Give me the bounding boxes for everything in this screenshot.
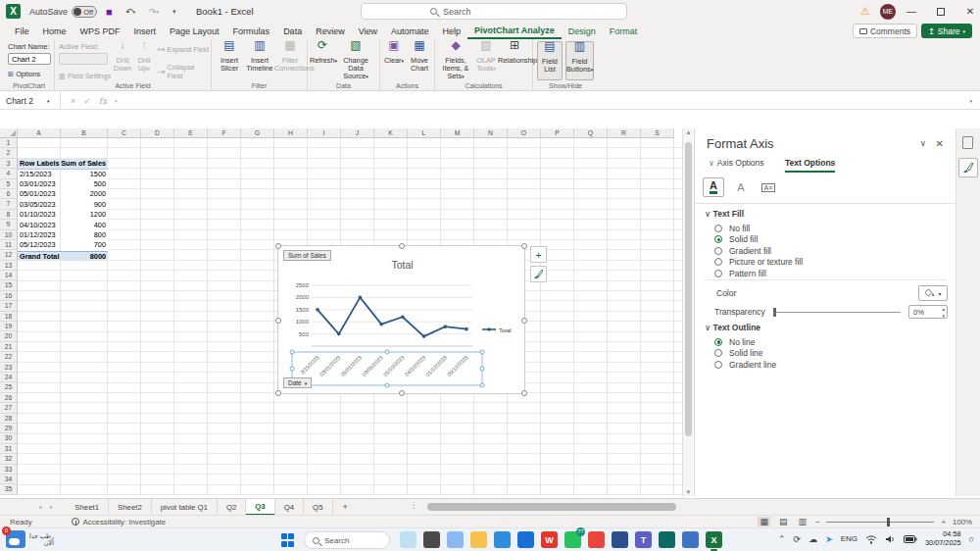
excel-app-icon[interactable]: X bbox=[6, 0, 21, 23]
zoom-slider-thumb[interactable] bbox=[887, 518, 890, 526]
pivot-row[interactable]: Grand Total8000 bbox=[18, 251, 108, 261]
zoom-out-icon[interactable]: − bbox=[815, 518, 820, 526]
filter-connections-button[interactable]: ▦Filter Connections bbox=[274, 41, 306, 73]
accessibility-status[interactable]: Accessibility: Investigate bbox=[32, 518, 167, 526]
row-header-28[interactable]: 28 bbox=[0, 414, 18, 424]
chart-resize-handle[interactable] bbox=[275, 243, 281, 249]
radio-icon[interactable] bbox=[714, 235, 722, 243]
column-header-f[interactable]: F bbox=[208, 128, 241, 138]
row-header-24[interactable]: 24 bbox=[0, 373, 18, 382]
radio-pattern-fill[interactable]: Pattern fill bbox=[714, 268, 803, 279]
vertical-scrollbar-thumb[interactable] bbox=[685, 142, 692, 436]
select-all-corner[interactable] bbox=[0, 128, 18, 138]
warning-icon[interactable]: ⚠ bbox=[860, 0, 870, 23]
text-effects-icon[interactable]: A bbox=[730, 177, 752, 197]
transparency-slider-handle[interactable] bbox=[773, 308, 776, 317]
refresh-button[interactable]: ⟳Refresh▾ bbox=[310, 41, 335, 65]
move-chart-button[interactable]: ▦Move Chart bbox=[406, 41, 433, 73]
language-indicator[interactable]: ENG bbox=[841, 534, 858, 543]
column-header-n[interactable]: N bbox=[474, 128, 508, 138]
sheet-nav-arrows[interactable]: ‹› bbox=[0, 503, 66, 512]
properties-icon[interactable] bbox=[962, 136, 973, 149]
pivot-cell[interactable]: 1500 bbox=[61, 170, 108, 179]
row-header-31[interactable]: 31 bbox=[0, 444, 18, 454]
app-blue-icon[interactable] bbox=[612, 531, 628, 548]
row-header-13[interactable]: 13 bbox=[0, 261, 18, 271]
text-outline-section-header[interactable]: ∨ Text Outline bbox=[705, 323, 760, 332]
ribbon-tab-view[interactable]: View bbox=[352, 23, 384, 39]
ribbon-tab-data[interactable]: Data bbox=[276, 23, 309, 39]
radio-no-fill[interactable]: No fill bbox=[714, 223, 803, 234]
file-explorer-icon[interactable] bbox=[470, 531, 487, 548]
column-header-o[interactable]: O bbox=[508, 128, 541, 138]
insert-slicer-button[interactable]: ▤Insert Slicer bbox=[216, 41, 243, 73]
pivot-row[interactable]: 03/05/2023900 bbox=[18, 200, 108, 210]
pivot-cell[interactable]: 05/12/2023 bbox=[18, 240, 61, 250]
start-button[interactable] bbox=[281, 533, 295, 547]
copilot-icon[interactable] bbox=[447, 531, 464, 548]
chart-plot-area[interactable]: 50010001500200025002/15/202303/01/202305… bbox=[278, 274, 526, 393]
pivot-row[interactable]: 01/12/2023800 bbox=[18, 230, 108, 240]
pivot-cell[interactable]: 500 bbox=[61, 179, 108, 189]
radio-picture-or-texture-fill[interactable]: Picture or texture fill bbox=[714, 257, 803, 269]
pivot-cell[interactable]: Row Labels ▾ bbox=[18, 159, 61, 169]
pivotchart-options-button[interactable]: ⊞Options bbox=[8, 70, 40, 78]
chart-resize-handle[interactable] bbox=[521, 243, 527, 249]
radio-solid-line[interactable]: Solid line bbox=[714, 348, 776, 360]
row-header-14[interactable]: 14 bbox=[0, 271, 18, 280]
radio-icon[interactable] bbox=[714, 338, 722, 346]
pivot-row[interactable]: 05/12/2023700 bbox=[18, 240, 108, 250]
sheet-tab-sheet1[interactable]: Sheet1 bbox=[66, 499, 109, 516]
row-header-18[interactable]: 18 bbox=[0, 312, 18, 322]
ribbon-tab-pivotchart-analyze[interactable]: PivotChart Analyze bbox=[467, 23, 562, 39]
cancel-formula-icon[interactable]: × bbox=[71, 96, 75, 106]
row-header-34[interactable]: 34 bbox=[0, 475, 18, 484]
column-header-s[interactable]: S bbox=[641, 128, 674, 138]
radio-gradient-fill[interactable]: Gradient fill bbox=[714, 245, 803, 257]
autosave-switch[interactable]: Off bbox=[72, 6, 97, 18]
avatar[interactable]: ME bbox=[880, 0, 896, 23]
row-header-20[interactable]: 20 bbox=[0, 331, 18, 341]
row-header-9[interactable]: 9 bbox=[0, 220, 18, 229]
column-header-i[interactable]: I bbox=[308, 128, 341, 138]
pivot-cell[interactable]: 01/12/2023 bbox=[18, 230, 61, 240]
pivot-cell[interactable]: Sum of Sales bbox=[61, 159, 108, 169]
text-fill-outline-icon[interactable]: A bbox=[703, 177, 724, 197]
pivot-chart[interactable]: Sum of Sales Total 50010001500200025002/… bbox=[277, 245, 525, 394]
page-break-view-icon[interactable]: ▥ bbox=[796, 517, 808, 526]
share-button[interactable]: ↥ Share ▾ bbox=[921, 24, 972, 38]
chrome-icon[interactable] bbox=[588, 531, 605, 548]
row-header-30[interactable]: 30 bbox=[0, 433, 18, 443]
row-header-12[interactable]: 12 bbox=[0, 250, 18, 260]
location-arrow-icon[interactable]: ➤ bbox=[825, 534, 833, 544]
radio-icon[interactable] bbox=[714, 349, 722, 357]
chart-resize-handle[interactable] bbox=[521, 390, 527, 396]
radio-solid-fill[interactable]: Solid fill bbox=[714, 234, 803, 246]
tab-axis-options[interactable]: ∨Axis Options bbox=[709, 158, 764, 168]
normal-view-icon[interactable]: ▦ bbox=[758, 517, 770, 526]
app-teal-icon[interactable] bbox=[659, 531, 675, 548]
spinner-arrows-icon[interactable]: ▴▾ bbox=[942, 306, 945, 319]
redo-icon[interactable]: ↷ ▾ bbox=[149, 0, 159, 23]
scroll-down-icon[interactable]: ▼ bbox=[683, 489, 694, 495]
close-button[interactable]: ✕ bbox=[956, 0, 980, 23]
row-header-35[interactable]: 35 bbox=[0, 484, 18, 494]
database-icon[interactable] bbox=[682, 531, 699, 548]
row-header-27[interactable]: 27 bbox=[0, 403, 18, 413]
column-header-k[interactable]: K bbox=[374, 128, 408, 138]
tab-splitter-icon[interactable]: ⋮ bbox=[410, 501, 417, 510]
column-header-p[interactable]: P bbox=[541, 128, 574, 138]
transparency-value-spinner[interactable]: 0% ▴▾ bbox=[908, 305, 948, 319]
drill-down-button[interactable]: ↓Drill Down bbox=[112, 41, 133, 73]
sheet-tab-sheet2[interactable]: Sheet2 bbox=[109, 499, 152, 516]
store-icon[interactable] bbox=[517, 531, 534, 548]
chart-resize-handle[interactable] bbox=[275, 318, 281, 324]
teams-icon[interactable]: T bbox=[635, 531, 652, 548]
field-list-button[interactable]: ▤Field List bbox=[537, 41, 563, 80]
ribbon-tab-review[interactable]: Review bbox=[309, 23, 352, 39]
insert-timeline-button[interactable]: ▥Insert Timeline bbox=[245, 41, 274, 73]
scroll-up-icon[interactable]: ▲ bbox=[683, 129, 694, 135]
column-header-b[interactable]: B bbox=[61, 128, 108, 138]
radio-icon[interactable] bbox=[714, 270, 722, 277]
wifi-icon[interactable] bbox=[865, 534, 877, 544]
